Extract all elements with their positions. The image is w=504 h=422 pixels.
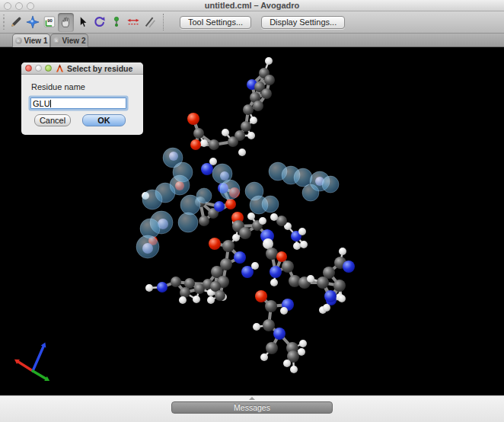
window-close-button[interactable] (4, 2, 11, 10)
avogadro-window: untitled.cml – Avogadro 90 (0, 0, 504, 422)
residue-name-input[interactable]: GLU (30, 98, 126, 109)
pencil-icon (9, 15, 23, 29)
molecule-viewport[interactable]: Select by residue Residue name GLU Cance… (0, 47, 504, 395)
axes-gizmo (14, 343, 49, 382)
avogadro-icon (56, 64, 64, 72)
measure-icon (126, 15, 140, 29)
toolbar-separator (163, 14, 164, 30)
svg-text:90: 90 (47, 18, 53, 23)
tab-view-2[interactable]: × View 2 (50, 34, 88, 47)
residue-name-value: GLU (33, 99, 50, 108)
dialog-minimize-button[interactable] (35, 65, 42, 72)
align-icon (143, 15, 157, 29)
hand-icon (59, 15, 73, 29)
text-caret (50, 100, 51, 107)
dialog-zoom-button[interactable] (45, 65, 52, 72)
align-tool-button[interactable] (142, 13, 158, 32)
main-toolbar: 90 (0, 11, 504, 34)
navigate-star-icon (26, 15, 40, 29)
view-tabbar: × View 1 × View 2 (0, 34, 504, 47)
manipulate-tool-button[interactable] (58, 13, 74, 32)
auto-optimize-tool-button[interactable] (108, 13, 124, 32)
tab-label: View 2 (62, 37, 86, 45)
window-titlebar: untitled.cml – Avogadro (0, 0, 504, 11)
auto-rotate-tool-button[interactable] (91, 13, 107, 32)
window-controls (4, 2, 34, 10)
tab-close-icon[interactable]: × (53, 37, 60, 44)
atoms-layer (142, 57, 355, 373)
dialog-title: Select by residue (67, 64, 132, 73)
select-tool-button[interactable] (75, 13, 91, 32)
dialog-titlebar: Select by residue (21, 62, 143, 75)
measure-tool-button[interactable] (125, 13, 141, 32)
residue-name-label: Residue name (31, 82, 85, 91)
selection-spheres-layer (136, 148, 339, 258)
optimize-icon (110, 15, 123, 29)
bond-centric-icon: 90 (43, 15, 56, 29)
tab-label: View 1 (24, 37, 48, 45)
toolbar-grip[interactable] (2, 14, 6, 30)
cursor-arrow-icon (76, 15, 90, 29)
select-by-residue-dialog: Select by residue Residue name GLU Cance… (21, 62, 143, 135)
window-minimize-button[interactable] (15, 2, 23, 10)
tab-view-1[interactable]: × View 1 (12, 34, 50, 47)
cancel-button[interactable]: Cancel (34, 114, 71, 126)
tool-settings-button[interactable]: Tool Settings... (180, 16, 251, 29)
window-title: untitled.cml – Avogadro (0, 0, 504, 11)
bottom-bar: Messages (0, 395, 504, 422)
draw-tool-button[interactable] (8, 13, 24, 32)
bond-centric-tool-button[interactable]: 90 (41, 13, 57, 32)
tab-close-icon[interactable]: × (15, 37, 22, 44)
splitter-handle[interactable] (249, 397, 255, 400)
navigate-tool-button[interactable] (24, 13, 40, 32)
display-settings-button[interactable]: Display Settings... (261, 16, 345, 29)
rotate-icon (93, 15, 107, 29)
ok-button[interactable]: OK (82, 114, 126, 126)
messages-button[interactable]: Messages (171, 401, 333, 414)
dialog-close-button[interactable] (25, 65, 32, 72)
window-zoom-button[interactable] (27, 2, 34, 10)
